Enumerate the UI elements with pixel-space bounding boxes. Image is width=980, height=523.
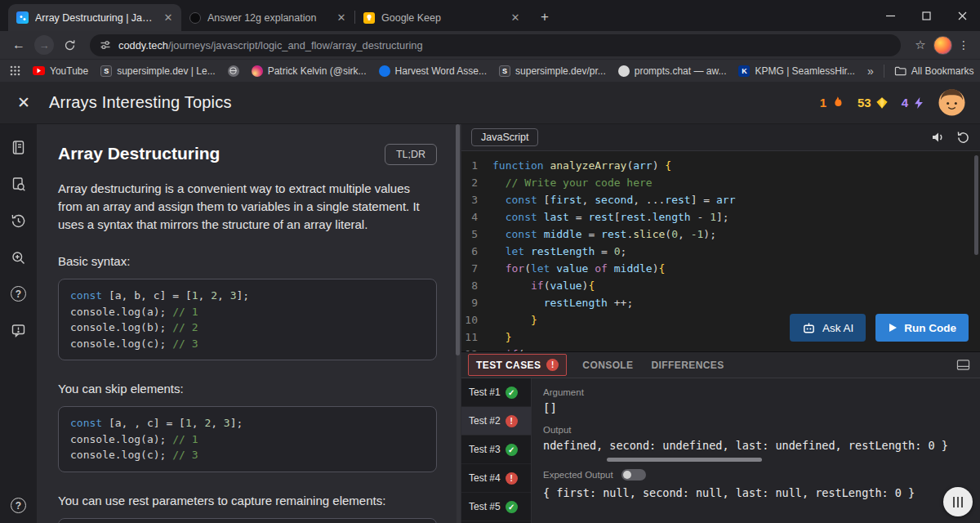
dark-circle-favicon-icon: [189, 12, 201, 24]
bookmark-harvest[interactable]: Harvest Word Asse...: [379, 65, 487, 77]
browser-profile-avatar[interactable]: [933, 36, 952, 55]
ask-ai-button[interactable]: Ask AI: [790, 314, 866, 342]
bookmark-supersimple-2[interactable]: S supersimple.dev/pr...: [499, 65, 606, 77]
editor-line-8[interactable]: 8 if(value){: [461, 277, 980, 294]
line-number: 11: [461, 329, 492, 346]
bookmark-star-icon[interactable]: ☆: [911, 38, 930, 52]
bookmark-kpmg[interactable]: K KPMG | SeamlessHir...: [738, 65, 854, 77]
code-text: if(value){: [492, 277, 595, 294]
bookmark-prompts-chat[interactable]: prompts.chat — aw...: [618, 65, 727, 77]
tests-tab-bar: TEST CASES ! CONSOLE DIFFERENCES: [461, 352, 980, 378]
window-maximize-button[interactable]: [908, 0, 944, 31]
pass-icon: ✓: [506, 501, 518, 513]
code-text: }: [492, 311, 537, 329]
help-icon[interactable]: ?: [11, 286, 26, 302]
url-domain: coddy.tech: [118, 39, 168, 51]
test-case-row-5[interactable]: Test #5✓: [461, 493, 531, 521]
tab-title: Answer 12g explanation: [207, 12, 328, 24]
lesson-scrollbar[interactable]: [457, 124, 461, 523]
tab-test-cases[interactable]: TEST CASES !: [468, 354, 567, 376]
editor-line-1[interactable]: 1function analyzeArray(arr) {: [461, 157, 980, 174]
test-case-row-1[interactable]: Test #1✓: [461, 378, 531, 407]
tab-differences[interactable]: DIFFERENCES: [643, 360, 733, 371]
volume-icon[interactable]: [930, 130, 945, 145]
line-number: 3: [461, 191, 492, 208]
section-label: You can skip elements:: [58, 382, 437, 396]
tab-close-icon[interactable]: ✕: [335, 11, 348, 25]
zoom-in-icon[interactable]: [11, 249, 27, 266]
line-number: 12: [461, 346, 492, 351]
editor-line-9[interactable]: 9 restLength ++;: [461, 294, 980, 311]
reset-code-icon[interactable]: [956, 131, 970, 145]
output-horizontal-scrollbar[interactable]: [607, 458, 762, 462]
code-text: // Write your code here: [492, 174, 653, 191]
argument-label: Argument: [543, 387, 969, 397]
blue-circle-icon: [379, 65, 390, 77]
code-text: function analyzeArray(arr) {: [492, 157, 671, 174]
fail-icon: !: [506, 472, 518, 485]
bookmark-globe[interactable]: [228, 65, 239, 77]
editor-line-6[interactable]: 6 let restLength = 0;: [461, 243, 980, 260]
editor-toolbar: JavaScript: [461, 124, 980, 151]
lightning-icon: [912, 96, 925, 110]
language-selector[interactable]: JavaScript: [471, 128, 538, 146]
back-button[interactable]: ←: [8, 34, 29, 56]
all-bookmarks-button[interactable]: All Bookmarks: [894, 65, 974, 77]
gem-counter[interactable]: 53: [858, 96, 889, 110]
browser-tab-2[interactable]: Answer 12g explanation ✕: [181, 4, 354, 31]
bottom-help-icon[interactable]: ?: [11, 498, 26, 513]
code-text: for(let value of middle){: [492, 260, 665, 277]
drag-handle-button[interactable]: [943, 487, 973, 516]
site-settings-icon[interactable]: [100, 39, 111, 51]
browser-tab-3[interactable]: Google Keep ✕: [355, 4, 528, 31]
editor-scrollbar[interactable]: [974, 155, 978, 255]
tab-close-icon[interactable]: ✕: [509, 11, 522, 25]
editor-line-3[interactable]: 3 const [first, second, ...rest] = arr: [461, 191, 980, 208]
user-avatar[interactable]: [938, 89, 965, 116]
tab-console[interactable]: CONSOLE: [573, 360, 642, 371]
editor-line-7[interactable]: 7 for(let value of middle){: [461, 260, 980, 277]
editor-line-4[interactable]: 4 const last = rest[rest.length - 1];: [461, 208, 980, 226]
page-title: Arrays Interesting Topics: [49, 93, 232, 112]
code-editor[interactable]: 1function analyzeArray(arr) {2 // Write …: [461, 151, 980, 351]
bookmark-label: supersimple.dev/pr...: [515, 65, 606, 77]
feedback-icon[interactable]: [11, 322, 27, 338]
bookmarks-divider: [884, 65, 884, 78]
forward-button[interactable]: →: [34, 35, 54, 55]
tldr-button[interactable]: TL;DR: [385, 144, 437, 165]
bookmark-instagram[interactable]: Patrick Kelvin (@sirk...: [252, 65, 367, 77]
bookmark-youtube[interactable]: YouTube: [33, 65, 88, 77]
bookmarks-overflow-chevron[interactable]: »: [867, 65, 874, 78]
panel-toggle-icon[interactable]: [956, 359, 970, 371]
run-code-label: Run Code: [904, 322, 956, 334]
energy-count: 4: [902, 96, 908, 110]
test-case-row-3[interactable]: Test #3✓: [461, 436, 531, 464]
test-case-row-2[interactable]: Test #2!: [461, 407, 531, 436]
bookmark-supersimple-1[interactable]: S supersimple.dev | Le...: [100, 65, 216, 77]
address-bar[interactable]: coddy.tech/journeys/javascript/logic_and…: [90, 34, 901, 56]
window-minimize-button[interactable]: [872, 0, 908, 31]
code-example-block: const [a, b, c] = [1, 2, 3];console.log(…: [58, 279, 437, 360]
browser-menu-icon[interactable]: ⋮: [956, 38, 972, 51]
energy-counter[interactable]: 4: [902, 96, 925, 110]
history-icon[interactable]: [11, 212, 27, 229]
editor-line-2[interactable]: 2 // Write your code here: [461, 174, 980, 191]
reload-button[interactable]: [59, 34, 80, 56]
editor-line-12[interactable]: 12 if(: [461, 346, 980, 351]
journal-icon[interactable]: [11, 139, 27, 155]
doc-search-icon[interactable]: [11, 176, 27, 192]
diff-toggle[interactable]: [621, 469, 646, 481]
new-tab-button[interactable]: +: [533, 6, 556, 29]
lesson-intro-text: Array destructuring is a convenient way …: [58, 180, 437, 233]
close-lesson-icon[interactable]: ✕: [15, 93, 33, 112]
run-code-button[interactable]: Run Code: [875, 314, 969, 342]
editor-line-5[interactable]: 5 const middle = rest.slice(0, -1);: [461, 226, 980, 243]
apps-grid-icon[interactable]: [10, 65, 20, 76]
tab-close-icon[interactable]: ✕: [162, 11, 175, 25]
test-case-label: Test #1: [469, 387, 501, 398]
browser-tab-active[interactable]: Array Destructuring | Javascript ✕: [8, 4, 181, 31]
window-close-button[interactable]: [944, 0, 980, 31]
streak-counter[interactable]: 1: [820, 96, 844, 110]
tab-title: Array Destructuring | Javascript: [35, 12, 155, 24]
test-case-row-4[interactable]: Test #4!: [461, 464, 531, 493]
